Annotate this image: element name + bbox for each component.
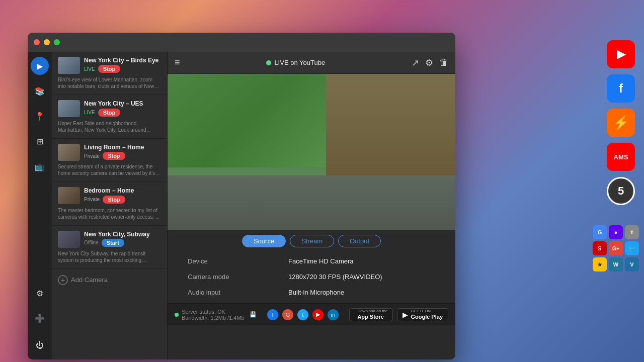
gplus-small-icon[interactable]: G+: [609, 241, 623, 255]
googleplay-sub: GET IT ON: [411, 309, 443, 314]
title-bar: [28, 33, 455, 52]
monitor-icon: 📺: [35, 162, 45, 171]
camera-info: New York City – Birds Eye LIVE Stop: [84, 57, 161, 74]
camera-thumb: [58, 231, 80, 248]
maximize-button[interactable]: [54, 39, 60, 45]
add-camera-button[interactable]: + Add Camera: [52, 269, 167, 291]
stop-button[interactable]: Stop: [98, 65, 120, 73]
close-button[interactable]: [34, 39, 40, 45]
camera-header: New York City, Subway Offline Start: [58, 231, 161, 248]
minimize-button[interactable]: [44, 39, 50, 45]
chrome-small-icon[interactable]: ●: [609, 225, 623, 239]
desktop-icons: ▶ f ⚡ AMS 5: [607, 40, 635, 205]
camera-item-nyc-birds-eye[interactable]: New York City – Birds Eye LIVE Stop Bird…: [52, 52, 167, 95]
camera-mode-label: Camera mode: [188, 273, 278, 281]
audio-input-value: Built-in Microphone: [288, 289, 435, 296]
google-small-icon[interactable]: G: [593, 225, 607, 239]
top-actions: ↗ ⚙ 🗑: [412, 57, 448, 68]
facebook-desktop-icon[interactable]: f: [607, 74, 635, 103]
share-icon: ↗: [412, 58, 419, 68]
sidebar-item-grid[interactable]: ⊞: [31, 132, 49, 150]
stop-button[interactable]: Stop: [103, 196, 125, 204]
stop-button[interactable]: Stop: [98, 109, 120, 117]
thumb-image: [58, 144, 80, 161]
camera-name: New York City, Subway: [84, 231, 161, 238]
main-content: ≡ LIVE on YouTube ↗ ⚙ 🗑: [168, 52, 455, 359]
googleplay-badge[interactable]: ▶ GET IT ON Google Play: [397, 308, 448, 321]
youtube-desktop-icon[interactable]: ▶: [607, 40, 635, 68]
trash-icon: 🗑: [439, 57, 448, 67]
camera-info: New York City, Subway Offline Start: [84, 231, 161, 248]
ams-desktop-icon[interactable]: AMS: [607, 143, 635, 171]
social-linkedin[interactable]: in: [328, 309, 339, 320]
device-label: Device: [188, 257, 278, 265]
thumb-image: [58, 100, 80, 117]
camera-header: Living Room – Home Private Stop: [58, 144, 161, 161]
status-badge: Private: [84, 197, 100, 202]
sidebar-item-settings[interactable]: ⚙: [31, 284, 49, 302]
hdd-icon: 💾: [250, 311, 257, 318]
tab-source[interactable]: Source: [242, 235, 286, 247]
camera-info: Living Room – Home Private Stop: [84, 144, 161, 161]
gear-icon: ⚙: [425, 58, 433, 68]
status-badge: Private: [84, 153, 100, 159]
camera-item-living-room[interactable]: Living Room – Home Private Stop Secured …: [52, 139, 167, 182]
camera-item-bedroom[interactable]: Bedroom – Home Private Stop The master b…: [52, 182, 167, 225]
lightning-desktop-icon[interactable]: ⚡: [607, 109, 635, 137]
camera-name: Living Room – Home: [84, 144, 161, 151]
live-status-text: LIVE on YouTube: [274, 59, 325, 66]
social-youtube[interactable]: ▶: [312, 309, 324, 320]
camera-thumb: [58, 57, 80, 74]
add-icon: ➕: [35, 314, 45, 323]
camera-item-nyc-subway[interactable]: New York City, Subway Offline Start New …: [52, 226, 167, 269]
sidebar-item-library[interactable]: 📚: [31, 82, 49, 100]
settings-button[interactable]: ⚙: [425, 57, 433, 68]
camera-status-row: LIVE Stop: [84, 109, 161, 117]
bottom-bar: Server status: OK Bandwidth: 1.2Mb /1.4M…: [168, 303, 455, 325]
tab-stream[interactable]: Stream: [290, 235, 334, 247]
5-desktop-icon[interactable]: 5: [607, 177, 635, 205]
share-button[interactable]: ↗: [412, 57, 419, 68]
sidebar-item-location[interactable]: 📍: [31, 107, 49, 125]
sidebar-item-logo[interactable]: ▶: [31, 57, 49, 75]
live-indicator: LIVE on YouTube: [266, 59, 325, 66]
camera-description: New York City Subway, the rapid transit …: [58, 250, 161, 263]
store-badges: Download on the App Store ▶ GET IT ON Go…: [349, 308, 448, 321]
live-dot: [266, 60, 271, 65]
settings-icon: ⚙: [36, 289, 43, 298]
stop-button[interactable]: Stop: [103, 152, 125, 160]
social-gplus[interactable]: G: [282, 309, 293, 320]
tab-output[interactable]: Output: [338, 235, 381, 247]
v-small-icon[interactable]: V: [625, 257, 639, 272]
small-icon-row-3: ★ W V: [593, 257, 639, 272]
camera-list: New York City – Birds Eye LIVE Stop Bird…: [52, 52, 168, 359]
s-small-icon[interactable]: S: [593, 241, 607, 255]
appstore-main: App Store: [357, 314, 387, 320]
server-status: Server status: OK Bandwidth: 1.2Mb /1.4M…: [175, 309, 257, 321]
star-small-icon[interactable]: ★: [593, 257, 607, 272]
tumblr-small-icon[interactable]: t: [625, 225, 639, 239]
social-icons: f G t ▶ in: [267, 309, 339, 320]
sidebar-item-add[interactable]: ➕: [31, 309, 49, 327]
twitter-small-icon[interactable]: 🐦: [625, 241, 639, 255]
thumb-image: [58, 187, 80, 204]
appstore-badge[interactable]: Download on the App Store: [349, 308, 393, 321]
social-twitter[interactable]: t: [297, 309, 308, 320]
camera-mode-value: 644x362 30 FPS (RAWVIDEO): [288, 273, 435, 281]
camera-name: Bedroom – Home: [84, 187, 161, 194]
camera-info: New York City – UES LIVE Stop: [84, 100, 161, 118]
server-status-text: Server status: OK: [182, 309, 245, 315]
video-preview: [168, 74, 455, 230]
app-body: ▶ 📚 📍 ⊞ 📺 ⚙ ➕ ⏻: [28, 52, 455, 359]
delete-button[interactable]: 🗑: [439, 57, 448, 68]
wp-small-icon[interactable]: W: [609, 257, 623, 272]
menu-button[interactable]: ≡: [175, 57, 180, 68]
camera-item-nyc-ues[interactable]: New York City – UES LIVE Stop Upper East…: [52, 95, 167, 138]
start-button[interactable]: Start: [102, 239, 124, 247]
sidebar-item-power[interactable]: ⏻: [31, 336, 49, 354]
camera-status-row: Private Stop: [84, 196, 161, 204]
social-facebook[interactable]: f: [267, 309, 278, 320]
camera-header: Bedroom – Home Private Stop: [58, 187, 161, 205]
sidebar-item-monitor[interactable]: 📺: [31, 157, 49, 175]
top-bar: ≡ LIVE on YouTube ↗ ⚙ 🗑: [168, 52, 455, 74]
